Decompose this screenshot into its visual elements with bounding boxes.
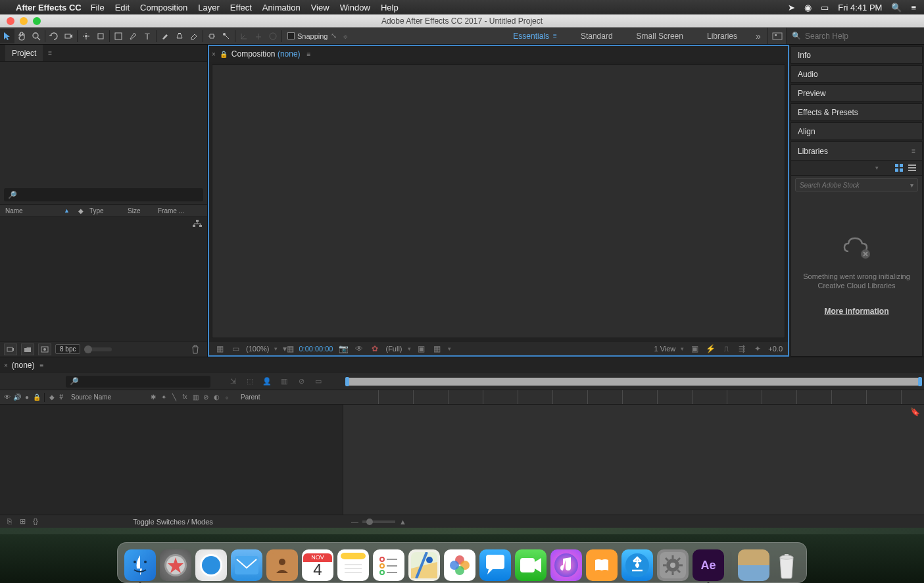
mail-app[interactable] — [231, 549, 262, 581]
project-tab[interactable]: Project — [5, 45, 43, 61]
pixel-aspect-icon[interactable]: ▣ — [689, 344, 700, 353]
quality-switch-icon[interactable]: ╲ — [170, 393, 179, 401]
resolution[interactable]: (Full) — [385, 345, 402, 353]
comp-flow-icon[interactable]: ▭ — [230, 344, 241, 353]
text-tool[interactable]: T — [140, 29, 155, 43]
timeline-tab[interactable]: (none) — [12, 361, 35, 370]
project-panel-menu-icon[interactable]: ≡ — [48, 49, 52, 57]
view-axis-tool[interactable] — [266, 29, 280, 43]
shy-icon[interactable]: 👤 — [260, 376, 274, 388]
fx-switch-icon[interactable]: fx — [180, 393, 189, 401]
layer-outline-area[interactable] — [0, 405, 343, 515]
spotlight-icon[interactable]: 🔍 — [891, 3, 902, 13]
maps-app[interactable] — [408, 549, 440, 581]
menu-layer[interactable]: Layer — [198, 3, 220, 13]
menu-composition[interactable]: Composition — [140, 3, 187, 13]
puppet-tool[interactable] — [219, 29, 233, 43]
menu-edit[interactable]: Edit — [115, 3, 130, 13]
project-item-list[interactable] — [0, 217, 207, 341]
fast-preview-icon[interactable]: ⚡ — [705, 344, 716, 353]
grid-view-icon[interactable] — [894, 163, 904, 172]
launchpad-app[interactable] — [160, 549, 191, 581]
collapse-switch-icon[interactable]: ✦ — [159, 393, 168, 401]
world-axis-tool[interactable] — [251, 29, 266, 43]
preview-panel[interactable]: Preview — [790, 84, 923, 102]
timeline-search[interactable]: 🔎 — [66, 376, 210, 388]
timeline-icon[interactable]: ⎍ — [721, 344, 731, 353]
selection-tool[interactable] — [0, 29, 14, 43]
column-frame[interactable]: Frame ... — [153, 207, 207, 215]
time-navigator[interactable] — [343, 373, 924, 390]
workspace-libraries[interactable]: Libraries — [695, 28, 749, 44]
adjustment-switch-icon[interactable]: ◐ — [212, 393, 221, 401]
magnification[interactable]: (100%) — [246, 345, 269, 353]
transparency-grid-icon[interactable]: ▦ — [432, 344, 443, 353]
snapshot-icon[interactable]: 📷 — [338, 344, 349, 353]
safari-app[interactable] — [195, 549, 227, 581]
roi-icon[interactable]: ▣ — [416, 344, 427, 353]
brush-tool[interactable] — [158, 29, 172, 43]
shy-switch-icon[interactable]: ✱ — [149, 393, 158, 401]
appstore-app[interactable] — [621, 549, 653, 581]
shape-tool[interactable] — [111, 29, 126, 43]
system-preferences-app[interactable] — [657, 549, 689, 581]
reset-exposure-icon[interactable]: ✦ — [752, 344, 763, 353]
motion-blur-switch-icon[interactable]: ⊘ — [201, 393, 210, 401]
search-help-input[interactable] — [805, 32, 917, 41]
more-information-link[interactable]: More information — [825, 307, 889, 316]
parent-column[interactable]: Parent — [231, 393, 304, 401]
lock-column-icon[interactable]: 🔒 — [32, 393, 41, 401]
lock-icon[interactable]: 🔒 — [220, 51, 228, 58]
audio-panel[interactable]: Audio — [790, 65, 923, 83]
current-time[interactable]: 0:00:00:00 — [299, 345, 333, 353]
trash-app[interactable] — [773, 549, 800, 581]
delete-button[interactable] — [191, 345, 199, 354]
clock[interactable]: Fri 4:41 PM — [838, 3, 882, 13]
clone-tool[interactable] — [172, 29, 187, 43]
always-preview-icon[interactable]: ▦ — [214, 344, 225, 353]
thumbnail-size-slider[interactable] — [84, 347, 112, 351]
view-layout[interactable]: 1 View — [654, 345, 675, 353]
new-folder-button[interactable] — [21, 343, 34, 355]
snapping-arrow-icon[interactable]: ⤡ — [331, 32, 337, 40]
column-name[interactable]: Name▲ — [0, 207, 72, 215]
menu-help[interactable]: Help — [381, 3, 399, 13]
timeline-tracks-area[interactable]: 🔖 — [343, 405, 924, 515]
finder-app[interactable] — [124, 549, 156, 581]
cc-status-icon[interactable]: ◉ — [804, 3, 812, 13]
notifications-icon[interactable]: ≡ — [911, 3, 916, 13]
effects-presets-panel[interactable]: Effects & Presets — [790, 103, 923, 121]
reminders-app[interactable] — [373, 549, 404, 581]
itunes-app[interactable] — [550, 549, 582, 581]
source-name-column[interactable]: Source Name — [66, 393, 145, 401]
libraries-tab[interactable]: Libraries — [798, 147, 828, 156]
composition-tab[interactable]: Composition (none) — [231, 49, 301, 59]
library-dropdown-icon[interactable]: ▾ — [875, 165, 879, 171]
column-label[interactable]: ◆ — [72, 207, 84, 215]
color-icon[interactable]: ✿ — [370, 344, 380, 353]
horizontal-scrollbar[interactable] — [413, 519, 917, 525]
displays-icon[interactable]: ▭ — [821, 3, 829, 13]
timeline-menu-icon[interactable]: ≡ — [40, 362, 44, 369]
after-effects-app[interactable]: Ae — [693, 549, 724, 581]
column-size[interactable]: Size — [122, 207, 153, 215]
app-name[interactable]: After Effects CC — [16, 3, 82, 13]
align-panel[interactable]: Align — [790, 122, 923, 140]
notes-app[interactable] — [337, 549, 369, 581]
motion-blur-icon[interactable]: ⊘ — [295, 376, 308, 388]
time-ruler[interactable] — [343, 390, 924, 404]
exposure[interactable]: +0.0 — [768, 345, 783, 353]
column-type[interactable]: Type — [84, 207, 122, 215]
sync-settings-button[interactable] — [767, 28, 786, 44]
workspace-standard[interactable]: Standard — [569, 28, 625, 44]
calendar-app[interactable]: NOV4 — [302, 549, 333, 581]
channel-icon[interactable]: ▾▦ — [283, 344, 293, 353]
info-panel[interactable]: Info — [790, 46, 923, 64]
menu-window[interactable]: Window — [340, 3, 370, 13]
hand-tool[interactable] — [14, 29, 29, 43]
video-column-icon[interactable]: 👁 — [3, 393, 12, 401]
audio-column-icon[interactable]: 🔊 — [12, 393, 22, 401]
solo-column-icon[interactable]: ● — [22, 393, 32, 401]
menu-view[interactable]: View — [311, 3, 329, 13]
zoom-slider[interactable]: —▲ — [351, 518, 406, 526]
